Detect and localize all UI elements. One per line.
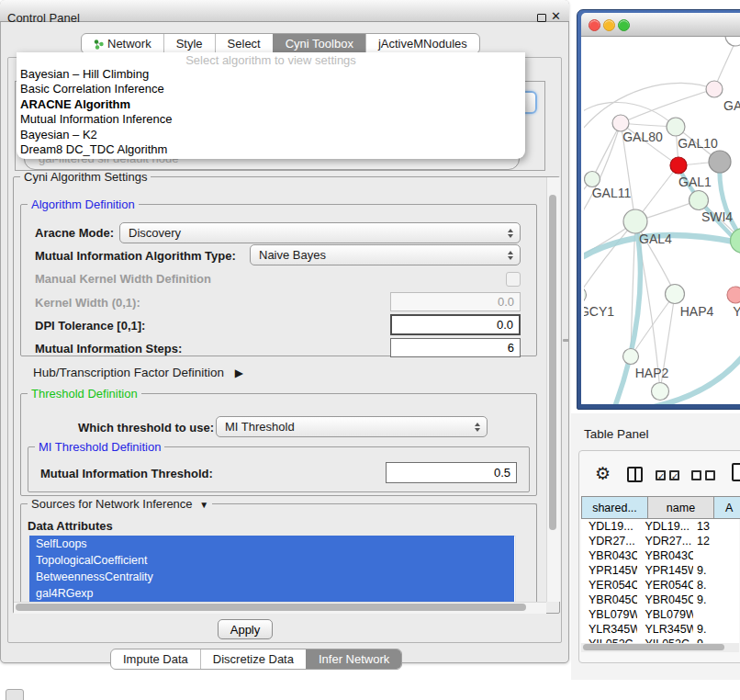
data-attribute-item-selfloops[interactable]: SelfLoops <box>29 536 514 552</box>
column-header-shared[interactable]: shared... <box>581 496 648 519</box>
table-row[interactable]: YBR043CYBR043C <box>581 548 739 563</box>
sources-group-header[interactable]: Sources for Network Inference ▼ <box>28 497 212 512</box>
algorithm-definition-title: Algorithm Definition <box>28 198 139 211</box>
settings-vscrollbar-thumb[interactable] <box>549 195 556 530</box>
algorithm-option-bayesian-hill-climbing[interactable]: Bayesian – Hill Climbing <box>17 67 525 82</box>
table-cell: YDR27... <box>581 535 637 548</box>
minimized-panel-icon[interactable] <box>6 689 24 700</box>
apply-button[interactable]: Apply <box>218 619 273 639</box>
aracne-mode-label: Aracne Mode: <box>35 226 114 240</box>
network-node[interactable] <box>731 229 740 254</box>
which-threshold-value: MI Threshold <box>225 420 295 434</box>
mi-steps-input[interactable]: 6 <box>390 338 521 357</box>
tab-select[interactable]: Select <box>215 34 273 53</box>
spinner-icon <box>508 223 513 243</box>
data-attribute-item-topologicalcoefficient[interactable]: TopologicalCoefficient <box>29 552 514 569</box>
tab-cyni-toolbox[interactable]: Cyni Toolbox <box>273 34 365 53</box>
network-node-gal[interactable] <box>706 81 723 97</box>
gear-icon[interactable]: ⚙ <box>595 463 611 484</box>
control-panel-titlebar[interactable] <box>0 0 569 22</box>
tab-label: jActiveMNodules <box>378 37 467 51</box>
network-canvas[interactable]: GALGAL80GAL10GAL1GAL11SWI4GAL4GCY1HAP4YH… <box>581 37 740 404</box>
column-header-name[interactable]: name <box>648 496 714 519</box>
tab-style[interactable]: Style <box>163 34 215 53</box>
network-node-y[interactable] <box>727 287 740 303</box>
table-row[interactable]: YBR045CYBR045C9. <box>581 593 739 607</box>
table-row[interactable]: YER054CYER054C8. <box>581 578 739 593</box>
bottom-tab-impute-data[interactable]: Impute Data <box>111 649 200 669</box>
table-row[interactable]: YLR345WYLR345W9. <box>581 622 739 637</box>
columns-icon[interactable] <box>627 467 643 482</box>
sources-group-title: Sources for Network Inference <box>31 497 193 511</box>
float-window-icon[interactable] <box>537 14 546 22</box>
table-cell: YLR345W <box>637 623 693 636</box>
table-cell: YDR27... <box>637 535 693 548</box>
checkbox-unchecked-icon[interactable] <box>705 470 715 480</box>
zoom-traffic-light-icon[interactable] <box>618 19 630 31</box>
network-node[interactable] <box>652 383 669 401</box>
table-row[interactable]: YDR27...YDR27...12 <box>581 534 739 548</box>
network-node[interactable] <box>725 37 740 46</box>
mi-algorithm-type-value: Naive Bayes <box>259 248 326 262</box>
network-node-label: GAL80 <box>622 130 663 144</box>
algorithm-option-mutual-information-inference[interactable]: Mutual Information Inference <box>17 112 525 127</box>
close-traffic-light-icon[interactable] <box>589 19 600 31</box>
bottom-tab-label: Infer Network <box>319 652 389 666</box>
tab-jactivemnodules[interactable]: jActiveMNodules <box>365 34 479 53</box>
table-row[interactable]: YDL19...YDL19...13 <box>581 519 739 534</box>
tab-network[interactable]: Network <box>82 34 163 53</box>
minimize-traffic-light-icon[interactable] <box>603 19 615 31</box>
data-attribute-item-betweennesscentrality[interactable]: BetweennessCentrality <box>29 569 514 585</box>
mi-threshold-group-title: MI Threshold Definition <box>35 440 164 454</box>
splitpane-divider-handle[interactable] <box>563 339 569 342</box>
network-node-gal10[interactable] <box>667 118 685 136</box>
table-row[interactable]: YPR145WYPR145W9. <box>581 563 739 578</box>
network-node-gcy1[interactable] <box>584 288 587 303</box>
algorithm-option-bayesian-k2[interactable]: Bayesian – K2 <box>17 128 525 142</box>
cyni-mode-tabbar: Impute DataDiscretize DataInfer Network <box>110 649 402 670</box>
algorithm-option-aracne-algorithm[interactable]: ARACNE Algorithm <box>17 97 525 112</box>
table-cell: YBL079W <box>637 608 693 621</box>
table-row[interactable]: YIL052CYIL052C9 <box>581 637 739 643</box>
which-threshold-select[interactable]: MI Threshold <box>216 416 488 437</box>
data-attribute-item-gal4rgexp[interactable]: gal4RGexp <box>29 585 514 602</box>
network-node-gal1[interactable] <box>670 157 687 174</box>
network-tab-icon <box>94 39 104 50</box>
network-node-label: Y <box>733 304 740 319</box>
kernel-width-input[interactable]: 0.0 <box>390 292 521 311</box>
network-node-gal4[interactable] <box>623 209 647 233</box>
data-attributes-list: SelfLoopsTopologicalCoefficientBetweenne… <box>29 536 514 602</box>
manual-kernel-width-checkbox[interactable] <box>506 272 521 287</box>
table-hscrollbar-thumb[interactable] <box>583 644 724 650</box>
table-row[interactable]: YBL079WYBL079W <box>581 607 739 622</box>
table-cell: YBR045C <box>637 593 693 606</box>
checkbox-unchecked-icon[interactable] <box>691 470 701 480</box>
column-header-a[interactable]: A <box>714 496 740 519</box>
algorithm-option-dream8-dc-tdc-algorithm[interactable]: Dream8 DC_TDC Algorithm <box>17 142 525 157</box>
aracne-mode-select[interactable]: Discovery <box>119 222 521 243</box>
cyni-algorithm-settings-title: Cyni Algorithm Settings <box>20 170 151 184</box>
bottom-tab-discretize-data[interactable]: Discretize Data <box>200 649 306 669</box>
dpi-tolerance-input[interactable]: 0.0 <box>390 314 521 335</box>
network-node-label: GAL1 <box>678 175 712 189</box>
network-node-gal11[interactable] <box>585 172 600 187</box>
network-node[interactable] <box>709 151 731 173</box>
hub-section-header[interactable]: Hub/Transcription Factor Definition ▶ <box>33 366 243 379</box>
manual-kernel-width-label: Manual Kernel Width Definition <box>35 272 211 286</box>
mi-algorithm-type-select[interactable]: Naive Bayes <box>250 244 521 265</box>
table-cell: YLR345W <box>581 623 637 636</box>
network-node-hap2[interactable] <box>623 349 639 365</box>
bottom-tab-infer-network[interactable]: Infer Network <box>306 649 401 669</box>
network-node-hap4[interactable] <box>666 285 685 304</box>
table-cell: 13 <box>693 520 739 533</box>
settings-hscrollbar-thumb[interactable] <box>16 604 526 611</box>
network-node-swi4[interactable] <box>690 191 709 210</box>
algorithm-option-basic-correlation-inference[interactable]: Basic Correlation Inference <box>17 82 525 96</box>
mi-steps-label: Mutual Information Steps: <box>35 342 182 356</box>
table-body: YDL19...YDL19...13YDR27...YDR27...12YBR0… <box>581 519 739 643</box>
checkbox-checked-icon[interactable]: ✓ <box>656 470 666 480</box>
document-icon[interactable] <box>732 463 740 481</box>
close-icon[interactable]: ✕ <box>551 9 561 23</box>
checkbox-checked-icon[interactable]: ✓ <box>669 470 679 480</box>
mi-threshold-input[interactable]: 0.5 <box>386 462 517 483</box>
